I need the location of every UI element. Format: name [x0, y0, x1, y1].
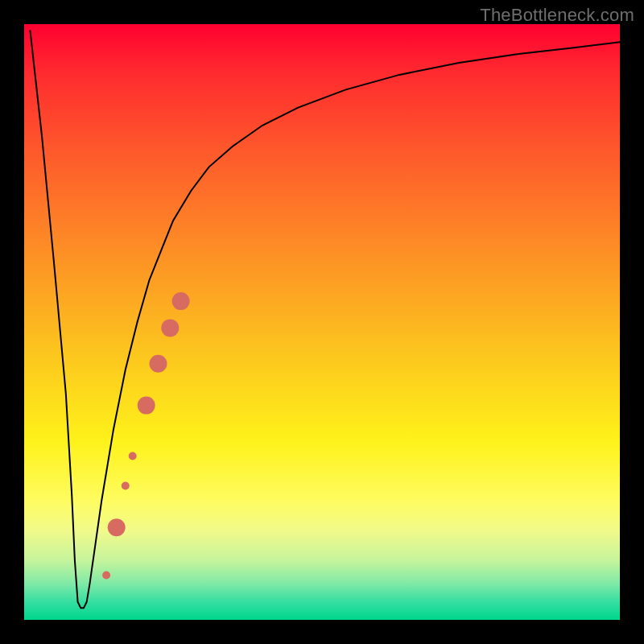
highlight-marker [102, 572, 110, 580]
highlight-marker [150, 355, 167, 373]
plot-area [24, 24, 620, 620]
attribution-text: TheBottleneck.com [480, 5, 634, 26]
highlight-marker [122, 482, 130, 490]
highlight-marker [172, 292, 190, 310]
highlight-marker [129, 452, 137, 460]
chart-container: TheBottleneck.com [0, 0, 644, 644]
highlight-markers [102, 292, 190, 579]
highlight-marker [138, 397, 155, 415]
highlight-marker [108, 518, 126, 536]
chart-svg [24, 24, 620, 620]
highlight-marker [161, 319, 179, 336]
